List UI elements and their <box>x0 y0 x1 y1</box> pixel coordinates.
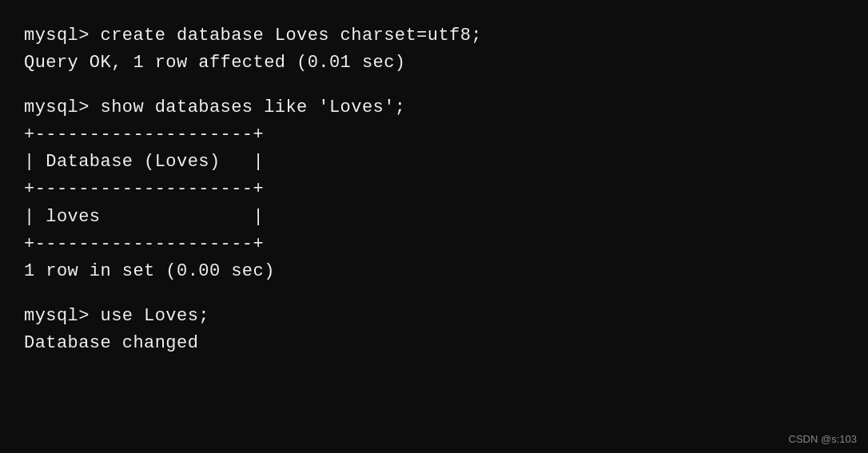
line5: | Database (Loves) | <box>24 149 844 176</box>
line8: +--------------------+ <box>24 231 844 258</box>
line9: 1 row in set (0.00 sec) <box>24 258 844 285</box>
line10: mysql> use Loves; <box>24 303 844 330</box>
line11: Database changed <box>24 330 844 357</box>
watermark: CSDN @s:103 <box>789 433 857 445</box>
line4: +--------------------+ <box>24 121 844 149</box>
line6: +--------------------+ <box>24 176 844 203</box>
spacer2 <box>24 285 844 303</box>
spacer1 <box>24 77 844 94</box>
terminal-window: mysql> create database Loves charset=utf… <box>0 0 868 453</box>
line3: mysql> show databases like 'Loves'; <box>24 94 844 121</box>
line7: | loves | <box>24 204 844 231</box>
line1: mysql> create database Loves charset=utf… <box>24 22 844 50</box>
line2: Query OK, 1 row affected (0.01 sec) <box>24 50 844 77</box>
